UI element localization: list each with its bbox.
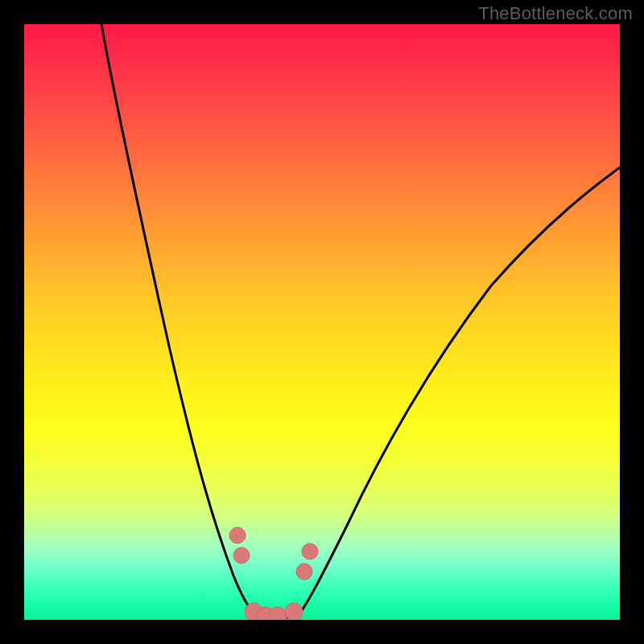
watermark-text: TheBottleneck.com [478, 3, 633, 24]
curve-right-branch [298, 167, 620, 616]
trough-marker [257, 607, 275, 620]
trough-marker [229, 527, 246, 543]
curve-left-branch [101, 24, 258, 616]
trough-marker-group [229, 527, 318, 620]
trough-marker [302, 543, 318, 559]
curve-trough [258, 616, 298, 617]
plot-area [24, 24, 620, 620]
trough-marker [233, 547, 250, 564]
trough-marker [285, 603, 303, 620]
trough-marker [269, 607, 287, 620]
trough-marker [296, 564, 312, 580]
bottleneck-curve [24, 24, 620, 620]
chart-frame: TheBottleneck.com [0, 0, 644, 644]
trough-marker [245, 603, 262, 620]
